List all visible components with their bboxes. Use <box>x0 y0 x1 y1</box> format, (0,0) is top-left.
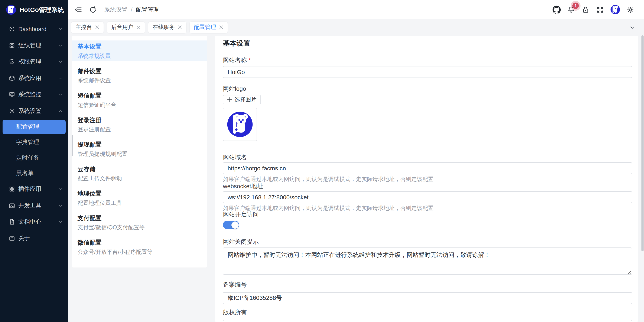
settings-section-withdraw[interactable]: 提现配置 管理员提现规则配置 <box>72 138 207 159</box>
sidebar-item-about[interactable]: 关于 <box>0 231 68 246</box>
sidebar-item-label: 定时任务 <box>16 154 39 162</box>
terminal-icon <box>8 202 15 209</box>
settings-section-payment[interactable]: 支付配置 支付宝/微信/QQ支付配置等 <box>72 212 207 232</box>
shield-check-icon <box>8 58 15 65</box>
refresh-icon[interactable] <box>89 5 97 14</box>
dashboard-icon <box>8 25 15 32</box>
tab-dashboard[interactable]: 主控台 <box>71 21 104 33</box>
tab-label: 配置管理 <box>194 23 216 31</box>
sidebar-item-permissions[interactable]: 权限管理 <box>0 54 68 69</box>
lock-icon[interactable] <box>581 5 590 14</box>
avatar-koala-icon <box>610 5 620 14</box>
icp-input[interactable] <box>223 292 632 304</box>
icp-label: 备案编号 <box>223 282 638 288</box>
app-logo-row[interactable]: HotGo管理系统 <box>0 0 68 19</box>
settings-panel-scrollbar[interactable] <box>72 135 73 156</box>
sidebar-item-monitoring[interactable]: 系统监控 <box>0 87 68 102</box>
sidebar-item-dashboard[interactable]: Dashboard <box>0 21 68 37</box>
site-domain-label: 网站域名 <box>223 154 638 160</box>
app-title: HotGo管理系统 <box>20 6 64 14</box>
close-icon[interactable] <box>178 25 182 29</box>
document-icon <box>8 219 15 225</box>
websocket-help: 如果客户端通过本地或内网访问，则认为是调试模式，走实际请求地址，否则走该配置 <box>223 205 638 211</box>
section-desc: 登录注册配置 <box>78 126 201 132</box>
app-logo-icon <box>6 5 16 15</box>
notifications-button[interactable]: 1 <box>567 5 576 14</box>
close-icon[interactable] <box>219 25 223 29</box>
sidebar-item-docs[interactable]: 文档中心 <box>0 214 68 230</box>
sidebar-item-system-apps[interactable]: 系统应用 <box>0 70 68 86</box>
sidebar-subitem-cron-tasks[interactable]: 定时任务 <box>2 151 66 165</box>
sidebar-item-label: 系统监控 <box>18 91 58 98</box>
settings-section-wechat[interactable]: 微信配置 公众号/开放平台/小程序配置等 <box>72 236 207 257</box>
breadcrumb-separator: / <box>131 6 132 13</box>
settings-section-geo[interactable]: 地理位置 配置地理位置工具 <box>72 187 207 208</box>
breadcrumb-parent[interactable]: 系统设置 <box>104 6 128 13</box>
site-logo-koala-icon <box>227 111 253 138</box>
sidebar-item-dev-tools[interactable]: 开发工具 <box>0 198 68 213</box>
sidebar-item-label: 开发工具 <box>18 202 58 209</box>
close-tip-textarea[interactable]: 网站维护中，暂时无法访问！本网站正在进行系统维护和技术升级，网站暂时无法访问，敬… <box>223 248 632 275</box>
section-title: 云存储 <box>78 165 201 172</box>
site-name-input[interactable] <box>223 66 632 78</box>
grid-icon <box>8 42 15 49</box>
websocket-input[interactable] <box>223 191 632 203</box>
fullscreen-icon[interactable] <box>596 5 604 14</box>
tab-bar: 主控台 后台用户 在线服务 配置管理 <box>68 19 644 35</box>
settings-gear-icon[interactable] <box>626 5 634 14</box>
section-desc: 配置地理位置工具 <box>78 200 201 206</box>
tab-online-service[interactable]: 在线服务 <box>148 21 186 33</box>
chevron-down-icon <box>58 187 63 192</box>
sidebar-subitem-blacklist[interactable]: 黑名单 <box>2 166 66 181</box>
sidebar-item-label: 字典管理 <box>16 139 39 146</box>
close-tip-label: 网站关闭提示 <box>223 239 638 245</box>
chevron-down-icon <box>58 76 63 81</box>
sidebar-item-system-settings[interactable]: 系统设置 <box>0 103 68 119</box>
settings-section-login[interactable]: 登录注册 登录注册配置 <box>72 114 207 134</box>
settings-section-cloud-storage[interactable]: 云存储 配置上传文件驱动 <box>72 163 207 183</box>
pick-image-button[interactable]: 选择图片 <box>223 95 261 104</box>
breadcrumb: 系统设置 / 配置管理 <box>104 6 159 13</box>
header-actions: 1 <box>552 5 644 14</box>
sidebar-item-label: 系统应用 <box>18 74 58 82</box>
close-icon[interactable] <box>95 25 99 29</box>
settings-category-panel: 基本设置 系统常规设置 邮件设置 系统邮件设置 短信配置 短信验证码平台 登录注… <box>72 36 207 268</box>
settings-section-sms[interactable]: 短信配置 短信验证码平台 <box>72 89 207 110</box>
site-logo-preview <box>223 108 257 141</box>
sidebar-subitem-dictionary[interactable]: 字典管理 <box>2 135 66 150</box>
sidebar-item-label: 权限管理 <box>18 58 58 66</box>
gear-icon <box>8 108 15 114</box>
section-title: 基本设置 <box>78 43 201 50</box>
collapse-sidebar-icon[interactable] <box>74 5 83 14</box>
copyright-input[interactable] <box>223 320 632 322</box>
top-header: 系统设置 / 配置管理 1 <box>68 0 644 19</box>
monitor-chart-icon <box>8 91 15 98</box>
site-open-toggle[interactable] <box>223 221 239 229</box>
section-desc: 系统常规设置 <box>78 53 201 59</box>
close-icon[interactable] <box>136 25 141 29</box>
breadcrumb-current: 配置管理 <box>136 6 159 13</box>
sidebar-subitem-config-management[interactable]: 配置管理 <box>2 120 66 134</box>
section-desc: 短信验证码平台 <box>78 102 201 108</box>
section-desc: 支付宝/微信/QQ支付配置等 <box>78 224 201 230</box>
sidebar-item-organization[interactable]: 组织管理 <box>0 38 68 53</box>
tab-options-chevron-icon[interactable] <box>630 25 635 30</box>
sidebar-menu: Dashboard 组织管理 权限管理 系统应用 系统监控 <box>0 19 68 246</box>
tab-admin-users[interactable]: 后台用户 <box>107 21 145 33</box>
github-icon[interactable] <box>552 5 561 14</box>
sidebar-item-plugins[interactable]: 插件应用 <box>0 181 68 197</box>
sidebar-item-label: 组织管理 <box>18 41 58 49</box>
section-desc: 系统邮件设置 <box>78 77 201 83</box>
tab-config-management[interactable]: 配置管理 <box>190 21 228 33</box>
section-title: 邮件设置 <box>78 67 201 74</box>
site-domain-help: 如果客户端通过本地或内网访问，则认为是调试模式，走实际请求地址，否则走该配置 <box>223 176 638 182</box>
chevron-down-icon <box>58 43 63 48</box>
page-scrollbar[interactable] <box>641 35 644 251</box>
pick-image-button-label: 选择图片 <box>234 96 256 103</box>
settings-section-basic[interactable]: 基本设置 系统常规设置 <box>72 40 207 61</box>
settings-section-email[interactable]: 邮件设置 系统邮件设置 <box>72 65 207 85</box>
tab-label: 在线服务 <box>152 23 175 31</box>
avatar[interactable] <box>610 5 620 14</box>
tab-label: 主控台 <box>76 23 92 31</box>
site-domain-input[interactable] <box>223 162 632 174</box>
